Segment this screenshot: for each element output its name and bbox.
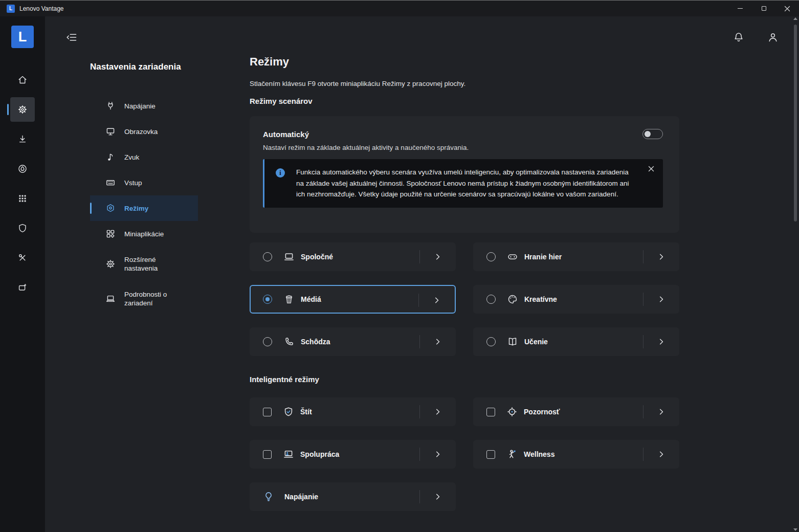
- nav-item-vstup[interactable]: Vstup: [90, 170, 198, 195]
- divider: [643, 250, 643, 263]
- book-icon: [507, 336, 518, 347]
- chevron-right-icon[interactable]: [433, 407, 442, 416]
- nav-item-label: Režimy: [124, 204, 188, 213]
- checkbox-unchecked[interactable]: [486, 408, 495, 416]
- scenario-card-spolocne[interactable]: Spoločné: [250, 242, 456, 271]
- home-icon: [17, 75, 28, 85]
- mode-label: Štít: [300, 408, 312, 416]
- chevron-right-icon[interactable]: [657, 295, 666, 304]
- chevron-right-icon[interactable]: [433, 337, 442, 346]
- rail-item-smart-devices[interactable]: [10, 275, 35, 300]
- laptop-icon: [105, 294, 116, 304]
- nav-item-miniaplikacie[interactable]: Miniaplikácie: [90, 221, 198, 247]
- maximize-button[interactable]: [752, 1, 775, 16]
- smart-card-pozornost[interactable]: Pozornosť: [473, 397, 679, 426]
- maximize-icon: [762, 6, 766, 11]
- chevron-right-icon[interactable]: [433, 252, 442, 261]
- chevron-right-icon[interactable]: [657, 450, 666, 459]
- menu-expand-button[interactable]: [65, 31, 78, 43]
- keyboard-icon: [105, 178, 116, 188]
- minimize-icon: [738, 8, 743, 9]
- person-icon: [767, 32, 779, 43]
- dismiss-info-button[interactable]: [648, 166, 654, 172]
- nav-item-rezimy[interactable]: Režimy: [90, 195, 198, 221]
- mode-label: Hranie hier: [524, 253, 562, 261]
- chevron-right-icon[interactable]: [432, 296, 441, 305]
- divider: [419, 405, 420, 418]
- window-title: Lenovo Vantage: [19, 5, 64, 12]
- rail-item-settings[interactable]: [10, 97, 35, 122]
- smart-card-wellness[interactable]: Wellness: [473, 440, 679, 469]
- wellness-icon: [506, 449, 518, 460]
- checkbox-unchecked[interactable]: [263, 450, 272, 459]
- nav-item-label: Obrazovka: [124, 127, 188, 136]
- radio-unchecked[interactable]: [486, 337, 496, 346]
- target-icon: [506, 406, 518, 417]
- sparkle-device-icon: [17, 282, 28, 293]
- mode-label: Médiá: [301, 295, 321, 303]
- scenario-card-kreativne[interactable]: Kreatívne: [473, 285, 679, 314]
- smart-card-stit[interactable]: Štít: [250, 397, 456, 426]
- close-button[interactable]: [775, 1, 799, 16]
- mode-label: Učenie: [524, 338, 548, 346]
- scenario-modes-grid: Spoločné Hranie hier Médiá: [250, 242, 679, 356]
- radio-unchecked[interactable]: [263, 337, 272, 346]
- rail-item-apps[interactable]: [10, 186, 35, 211]
- scenario-card-media[interactable]: Médiá: [250, 285, 456, 314]
- scenario-section-heading: Režimy scenárov: [250, 97, 679, 105]
- smart-section-heading: Inteligentné režimy: [250, 375, 679, 384]
- divider: [419, 335, 420, 348]
- divider: [418, 294, 419, 307]
- radio-unchecked[interactable]: [263, 252, 272, 261]
- smart-card-spolupraca[interactable]: Spolupráca: [250, 440, 456, 469]
- scroll-up-arrow-icon[interactable]: [793, 17, 797, 20]
- smart-performance-icon: [17, 164, 28, 174]
- nav-item-rozsirene-nastavenia[interactable]: Rozšírené nastavenia: [90, 247, 198, 281]
- divider: [419, 250, 420, 263]
- chevron-right-icon[interactable]: [433, 450, 442, 459]
- collaboration-icon: [283, 449, 294, 460]
- rail-item-home[interactable]: [10, 68, 35, 92]
- account-button[interactable]: [767, 32, 779, 43]
- nav-item-label: Vstup: [124, 179, 188, 187]
- chevron-right-icon[interactable]: [657, 337, 666, 346]
- checkbox-unchecked[interactable]: [263, 408, 272, 416]
- chevron-right-icon[interactable]: [657, 407, 666, 416]
- scroll-down-arrow-icon[interactable]: [793, 528, 797, 531]
- chevron-right-icon[interactable]: [657, 252, 666, 261]
- nav-item-podrobnosti-o-zariadeni[interactable]: Podrobnosti o zariadení: [90, 281, 198, 316]
- ai-info-text: Funkcia automatického výberu scenára vyu…: [296, 167, 663, 200]
- widgets-icon: [105, 229, 116, 239]
- divider: [643, 448, 643, 461]
- radio-unchecked[interactable]: [486, 295, 496, 304]
- radio-checked[interactable]: [263, 295, 272, 304]
- nav-item-napajanie[interactable]: Napájanie: [90, 93, 198, 119]
- mode-label: Wellness: [524, 450, 554, 458]
- vertical-scrollbar[interactable]: [792, 17, 798, 531]
- rail-item-performance[interactable]: [10, 157, 35, 181]
- nav-item-obrazovka[interactable]: Obrazovka: [90, 119, 198, 144]
- smart-card-napajanie[interactable]: Napájanie: [250, 482, 456, 511]
- scrollbar-thumb[interactable]: [794, 25, 797, 221]
- radio-unchecked[interactable]: [486, 252, 496, 261]
- rail-item-toolbox[interactable]: [10, 246, 35, 270]
- scenario-card-ucenie[interactable]: Učenie: [473, 327, 679, 356]
- mode-label: Pozornosť: [524, 408, 560, 416]
- scenario-card-schodza[interactable]: Schôdza: [250, 327, 456, 356]
- device-settings-nav: Nastavenia zariadenia Napájanie Obrazovk…: [90, 62, 200, 316]
- checkbox-unchecked[interactable]: [486, 450, 495, 459]
- automatic-toggle[interactable]: [642, 129, 663, 139]
- nav-item-label: Rozšírené nastavenia: [124, 255, 188, 273]
- rail-item-security[interactable]: [10, 216, 35, 240]
- notifications-button[interactable]: [733, 32, 744, 43]
- monitor-icon: [105, 126, 116, 137]
- ai-info-banner: i Funkcia automatického výberu scenára v…: [263, 159, 663, 208]
- content-area: Nastavenia zariadenia Napájanie Obrazovk…: [45, 16, 799, 532]
- divider: [419, 448, 420, 461]
- chevron-right-icon[interactable]: [433, 492, 442, 501]
- scenario-card-hranie-hier[interactable]: Hranie hier: [473, 242, 679, 271]
- nav-item-zvuk[interactable]: Zvuk: [90, 144, 198, 170]
- rail-item-downloads[interactable]: [10, 127, 35, 151]
- minimize-button[interactable]: [728, 1, 752, 16]
- nav-item-label: Zvuk: [124, 153, 188, 162]
